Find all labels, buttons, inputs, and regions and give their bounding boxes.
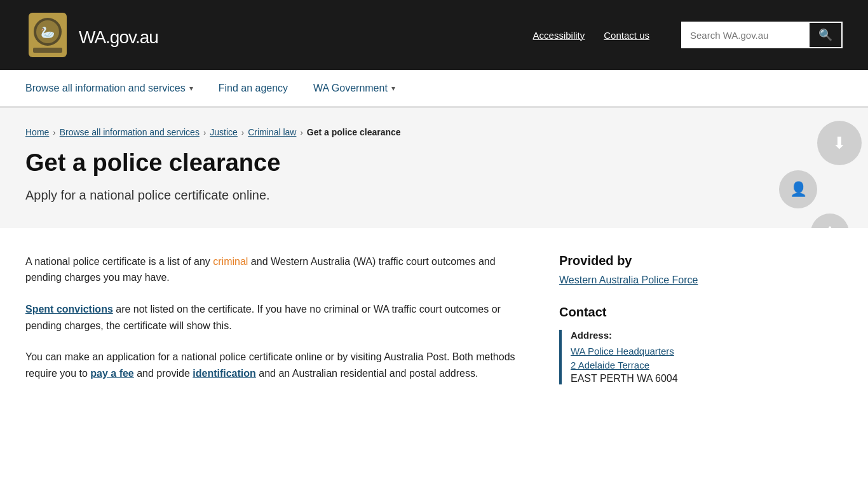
logo-area: 🦢 WA.gov.au	[25, 10, 533, 60]
accessibility-link[interactable]: Accessibility	[533, 30, 585, 41]
search-input[interactable]	[682, 25, 810, 46]
main-nav: Browse all information and services ▾ Fi…	[0, 70, 868, 108]
find-agency-nav-item[interactable]: Find an agency	[219, 71, 288, 105]
contact-box: Address: WA Police Headquarters 2 Adelai…	[559, 330, 737, 384]
address-line3: EAST PERTH WA 6004	[571, 373, 678, 384]
page-subtitle: Apply for a national police certificate …	[25, 188, 843, 203]
breadcrumb-sep-4: ›	[300, 128, 302, 137]
sidebar: Provided by Western Australia Police For…	[559, 254, 737, 397]
floating-icons: ⬇ 👤 ℹ 🔒 ⬇	[773, 121, 868, 228]
header-nav: Accessibility Contact us 🔍	[533, 22, 843, 48]
highlight-criminal: criminal	[213, 256, 248, 267]
browse-nav-label: Browse all information and services	[25, 83, 186, 94]
hero-section: Home › Browse all information and servic…	[0, 108, 868, 228]
search-button[interactable]: 🔍	[810, 23, 841, 47]
breadcrumb-justice[interactable]: Justice	[210, 127, 238, 137]
svg-rect-4	[33, 48, 62, 53]
wa-government-chevron-icon: ▾	[391, 84, 395, 93]
wa-government-nav-label: WA Government	[313, 83, 388, 94]
breadcrumb-home[interactable]: Home	[25, 127, 49, 137]
address-line2-link[interactable]: 2 Adelaide Terrace	[571, 358, 737, 373]
paragraph-2: Spent convictions are not listed on the …	[25, 301, 521, 334]
address-line1-link[interactable]: WA Police Headquarters	[571, 344, 737, 359]
layers-icon: ⬇	[832, 133, 846, 153]
breadcrumb-sep-2: ›	[203, 128, 206, 137]
search-box: 🔍	[681, 22, 843, 48]
svg-text:🦢: 🦢	[41, 25, 55, 39]
breadcrumb-sep-3: ›	[241, 128, 244, 137]
main-content: A national police certificate is a list …	[0, 228, 763, 423]
browse-chevron-icon: ▾	[189, 84, 193, 93]
paragraph-1: A national police certificate is a list …	[25, 254, 521, 286]
info-icon: ℹ	[827, 224, 832, 228]
float-icon-2: 👤	[779, 170, 817, 208]
content-body: A national police certificate is a list …	[25, 254, 521, 397]
page-title: Get a police clearance	[25, 150, 843, 177]
identification-link[interactable]: identification	[193, 368, 256, 379]
float-icon-1: ⬇	[817, 121, 862, 165]
person-icon: 👤	[790, 181, 807, 198]
paragraph-3: You can make an application for a nation…	[25, 349, 521, 381]
breadcrumb-browse[interactable]: Browse all information and services	[60, 127, 200, 137]
breadcrumb-criminal-law[interactable]: Criminal law	[248, 127, 296, 137]
float-icon-3: ℹ	[811, 214, 849, 228]
wa-government-nav-item[interactable]: WA Government ▾	[313, 71, 395, 105]
address-label: Address:	[571, 330, 737, 341]
site-header: 🦢 WA.gov.au Accessibility Contact us 🔍	[0, 0, 868, 70]
agency-link[interactable]: Western Australia Police Force	[559, 274, 698, 285]
breadcrumb-current: Get a police clearance	[307, 127, 401, 137]
browse-nav-item[interactable]: Browse all information and services ▾	[25, 71, 193, 105]
contact-us-link[interactable]: Contact us	[604, 30, 649, 41]
search-icon: 🔍	[818, 29, 832, 41]
contact-section: Contact Address: WA Police Headquarters …	[559, 305, 737, 384]
breadcrumb: Home › Browse all information and servic…	[25, 127, 843, 137]
contact-heading: Contact	[559, 305, 737, 320]
provided-by-section: Provided by Western Australia Police For…	[559, 254, 737, 286]
spent-convictions-link[interactable]: Spent convictions	[25, 304, 113, 315]
pay-fee-link[interactable]: pay a fee	[90, 368, 133, 379]
breadcrumb-sep-1: ›	[53, 128, 55, 137]
logo-text: WA.gov.au	[79, 22, 158, 49]
wa-crest-icon: 🦢	[25, 10, 70, 60]
provided-by-heading: Provided by	[559, 254, 737, 268]
find-agency-nav-label: Find an agency	[219, 83, 288, 94]
